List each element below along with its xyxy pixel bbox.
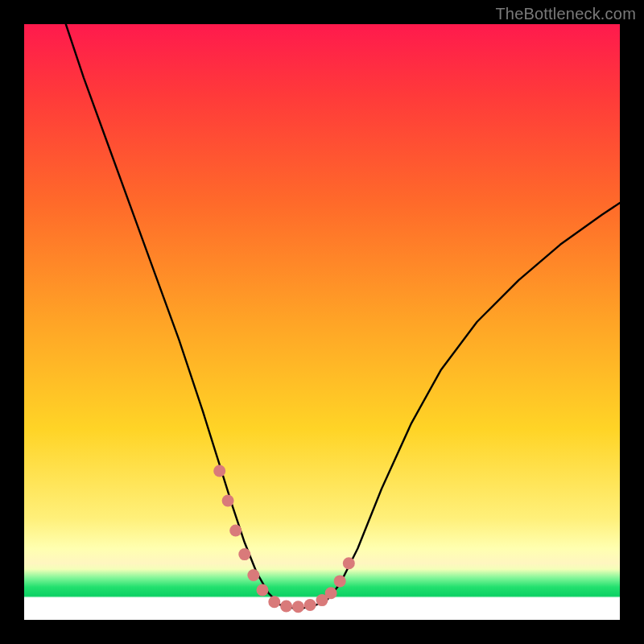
svg-point-3 bbox=[238, 548, 250, 560]
svg-point-13 bbox=[343, 557, 355, 569]
svg-point-9 bbox=[304, 599, 316, 611]
svg-point-7 bbox=[280, 601, 292, 613]
chart-plot-area bbox=[24, 24, 620, 620]
watermark-text: TheBottleneck.com bbox=[495, 5, 636, 23]
svg-point-6 bbox=[268, 596, 280, 608]
svg-point-2 bbox=[229, 525, 242, 537]
chart-svg bbox=[24, 24, 620, 620]
svg-point-12 bbox=[334, 575, 346, 587]
svg-point-1 bbox=[222, 495, 234, 507]
svg-point-8 bbox=[292, 601, 304, 613]
highlight-dots bbox=[213, 465, 355, 613]
svg-point-10 bbox=[316, 594, 328, 606]
svg-point-5 bbox=[257, 584, 269, 597]
svg-point-11 bbox=[325, 587, 337, 599]
curve-line bbox=[66, 24, 620, 608]
svg-point-0 bbox=[213, 465, 225, 477]
chart-frame: TheBottleneck.com bbox=[0, 0, 644, 644]
svg-point-4 bbox=[247, 569, 259, 581]
